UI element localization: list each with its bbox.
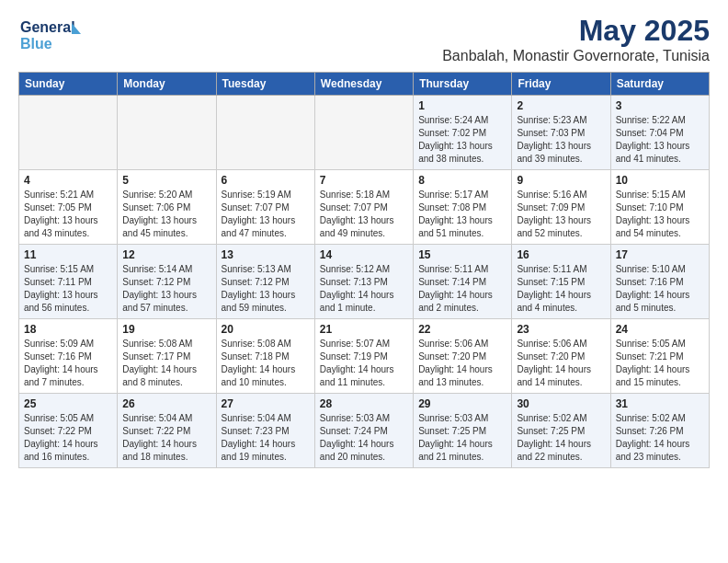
day-number: 6: [222, 174, 310, 187]
calendar-cell: 18Sunrise: 5:09 AM Sunset: 7:16 PM Dayli…: [19, 319, 118, 394]
day-info: Sunrise: 5:21 AM Sunset: 7:05 PM Dayligh…: [24, 189, 112, 240]
day-info: Sunrise: 5:02 AM Sunset: 7:25 PM Dayligh…: [517, 412, 605, 464]
day-info: Sunrise: 5:16 AM Sunset: 7:09 PM Dayligh…: [517, 189, 605, 240]
calendar-cell: 22Sunrise: 5:06 AM Sunset: 7:20 PM Dayli…: [414, 319, 512, 394]
calendar-cell: [19, 96, 118, 170]
col-wednesday: Wednesday: [314, 73, 413, 96]
day-info: Sunrise: 5:06 AM Sunset: 7:20 PM Dayligh…: [517, 338, 605, 389]
day-number: 10: [616, 174, 704, 187]
day-info: Sunrise: 5:22 AM Sunset: 7:04 PM Dayligh…: [616, 114, 704, 166]
title-block: May 2025 Banbalah, Monastir Governorate,…: [442, 14, 710, 64]
day-info: Sunrise: 5:03 AM Sunset: 7:24 PM Dayligh…: [320, 412, 408, 464]
calendar-cell: 24Sunrise: 5:05 AM Sunset: 7:21 PM Dayli…: [610, 319, 709, 394]
day-info: Sunrise: 5:24 AM Sunset: 7:02 PM Dayligh…: [418, 114, 506, 166]
day-number: 3: [616, 99, 704, 112]
day-number: 26: [122, 397, 210, 410]
calendar-cell: 6Sunrise: 5:19 AM Sunset: 7:07 PM Daylig…: [216, 170, 314, 245]
day-info: Sunrise: 5:08 AM Sunset: 7:17 PM Dayligh…: [122, 338, 210, 389]
day-info: Sunrise: 5:10 AM Sunset: 7:16 PM Dayligh…: [616, 263, 704, 315]
day-info: Sunrise: 5:06 AM Sunset: 7:20 PM Dayligh…: [418, 338, 506, 389]
day-info: Sunrise: 5:15 AM Sunset: 7:11 PM Dayligh…: [24, 263, 112, 315]
day-info: Sunrise: 5:09 AM Sunset: 7:16 PM Dayligh…: [24, 338, 112, 389]
day-number: 14: [320, 248, 408, 261]
col-thursday: Thursday: [414, 73, 512, 96]
day-info: Sunrise: 5:23 AM Sunset: 7:03 PM Dayligh…: [517, 114, 605, 166]
col-tuesday: Tuesday: [216, 73, 314, 96]
day-number: 23: [517, 323, 605, 336]
day-number: 22: [418, 323, 506, 336]
logo: GeneralBlue: [18, 14, 83, 54]
calendar-cell: 14Sunrise: 5:12 AM Sunset: 7:13 PM Dayli…: [314, 245, 413, 319]
calendar-cell: 19Sunrise: 5:08 AM Sunset: 7:17 PM Dayli…: [118, 319, 216, 394]
calendar-cell: 4Sunrise: 5:21 AM Sunset: 7:05 PM Daylig…: [19, 170, 118, 245]
calendar-week-row: 18Sunrise: 5:09 AM Sunset: 7:16 PM Dayli…: [19, 319, 710, 394]
day-number: 27: [222, 397, 310, 410]
day-number: 19: [122, 323, 210, 336]
svg-text:Blue: Blue: [20, 36, 52, 52]
col-friday: Friday: [512, 73, 610, 96]
day-info: Sunrise: 5:07 AM Sunset: 7:19 PM Dayligh…: [320, 338, 408, 389]
calendar-week-row: 25Sunrise: 5:05 AM Sunset: 7:22 PM Dayli…: [19, 394, 710, 468]
day-number: 11: [24, 248, 112, 261]
day-number: 4: [24, 174, 112, 187]
header: GeneralBlue May 2025 Banbalah, Monastir …: [18, 14, 710, 64]
calendar-cell: 16Sunrise: 5:11 AM Sunset: 7:15 PM Dayli…: [512, 245, 610, 319]
calendar-cell: 31Sunrise: 5:02 AM Sunset: 7:26 PM Dayli…: [610, 394, 709, 468]
svg-text:General: General: [20, 19, 75, 35]
day-info: Sunrise: 5:05 AM Sunset: 7:21 PM Dayligh…: [616, 338, 704, 389]
logo-svg: GeneralBlue: [18, 14, 83, 54]
day-number: 13: [222, 248, 310, 261]
calendar-cell: [314, 96, 413, 170]
day-info: Sunrise: 5:04 AM Sunset: 7:22 PM Dayligh…: [122, 412, 210, 464]
calendar-cell: 21Sunrise: 5:07 AM Sunset: 7:19 PM Dayli…: [314, 319, 413, 394]
calendar-header-row: Sunday Monday Tuesday Wednesday Thursday…: [19, 73, 710, 96]
calendar-cell: 26Sunrise: 5:04 AM Sunset: 7:22 PM Dayli…: [118, 394, 216, 468]
calendar-body: 1Sunrise: 5:24 AM Sunset: 7:02 PM Daylig…: [19, 96, 710, 468]
col-sunday: Sunday: [19, 73, 118, 96]
calendar: Sunday Monday Tuesday Wednesday Thursday…: [18, 72, 710, 468]
calendar-cell: 15Sunrise: 5:11 AM Sunset: 7:14 PM Dayli…: [414, 245, 512, 319]
calendar-cell: 13Sunrise: 5:13 AM Sunset: 7:12 PM Dayli…: [216, 245, 314, 319]
day-number: 12: [122, 248, 210, 261]
calendar-cell: 20Sunrise: 5:08 AM Sunset: 7:18 PM Dayli…: [216, 319, 314, 394]
calendar-cell: 9Sunrise: 5:16 AM Sunset: 7:09 PM Daylig…: [512, 170, 610, 245]
day-info: Sunrise: 5:13 AM Sunset: 7:12 PM Dayligh…: [222, 263, 310, 315]
day-number: 8: [418, 174, 506, 187]
day-number: 28: [320, 397, 408, 410]
day-number: 31: [616, 397, 704, 410]
day-number: 29: [418, 397, 506, 410]
calendar-week-row: 11Sunrise: 5:15 AM Sunset: 7:11 PM Dayli…: [19, 245, 710, 319]
calendar-cell: [118, 96, 216, 170]
day-info: Sunrise: 5:04 AM Sunset: 7:23 PM Dayligh…: [222, 412, 310, 464]
calendar-cell: 11Sunrise: 5:15 AM Sunset: 7:11 PM Dayli…: [19, 245, 118, 319]
calendar-cell: 30Sunrise: 5:02 AM Sunset: 7:25 PM Dayli…: [512, 394, 610, 468]
day-info: Sunrise: 5:05 AM Sunset: 7:22 PM Dayligh…: [24, 412, 112, 464]
calendar-cell: 29Sunrise: 5:03 AM Sunset: 7:25 PM Dayli…: [414, 394, 512, 468]
calendar-cell: 12Sunrise: 5:14 AM Sunset: 7:12 PM Dayli…: [118, 245, 216, 319]
calendar-week-row: 1Sunrise: 5:24 AM Sunset: 7:02 PM Daylig…: [19, 96, 710, 170]
day-info: Sunrise: 5:03 AM Sunset: 7:25 PM Dayligh…: [418, 412, 506, 464]
day-info: Sunrise: 5:17 AM Sunset: 7:08 PM Dayligh…: [418, 189, 506, 240]
day-number: 21: [320, 323, 408, 336]
calendar-cell: 8Sunrise: 5:17 AM Sunset: 7:08 PM Daylig…: [414, 170, 512, 245]
calendar-cell: 1Sunrise: 5:24 AM Sunset: 7:02 PM Daylig…: [414, 96, 512, 170]
day-number: 9: [517, 174, 605, 187]
day-info: Sunrise: 5:20 AM Sunset: 7:06 PM Dayligh…: [122, 189, 210, 240]
page: GeneralBlue May 2025 Banbalah, Monastir …: [0, 0, 728, 482]
day-number: 30: [517, 397, 605, 410]
calendar-cell: 3Sunrise: 5:22 AM Sunset: 7:04 PM Daylig…: [610, 96, 709, 170]
day-info: Sunrise: 5:12 AM Sunset: 7:13 PM Dayligh…: [320, 263, 408, 315]
col-monday: Monday: [118, 73, 216, 96]
day-info: Sunrise: 5:08 AM Sunset: 7:18 PM Dayligh…: [222, 338, 310, 389]
day-number: 25: [24, 397, 112, 410]
calendar-cell: 10Sunrise: 5:15 AM Sunset: 7:10 PM Dayli…: [610, 170, 709, 245]
day-info: Sunrise: 5:11 AM Sunset: 7:15 PM Dayligh…: [517, 263, 605, 315]
day-info: Sunrise: 5:19 AM Sunset: 7:07 PM Dayligh…: [222, 189, 310, 240]
calendar-cell: [216, 96, 314, 170]
day-number: 7: [320, 174, 408, 187]
calendar-cell: 27Sunrise: 5:04 AM Sunset: 7:23 PM Dayli…: [216, 394, 314, 468]
subtitle: Banbalah, Monastir Governorate, Tunisia: [442, 48, 710, 64]
day-info: Sunrise: 5:11 AM Sunset: 7:14 PM Dayligh…: [418, 263, 506, 315]
day-number: 15: [418, 248, 506, 261]
calendar-cell: 5Sunrise: 5:20 AM Sunset: 7:06 PM Daylig…: [118, 170, 216, 245]
